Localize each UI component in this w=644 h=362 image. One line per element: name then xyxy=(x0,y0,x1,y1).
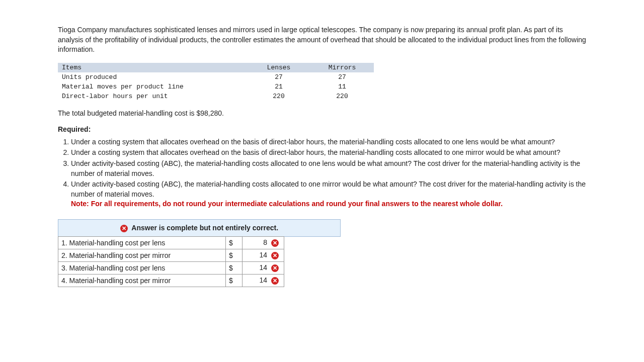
question-2: Under a costing system that allocates ov… xyxy=(71,148,586,158)
row-label: Direct-labor hours per unit xyxy=(58,92,247,101)
note-text: Note: For all requirements, do not round… xyxy=(71,200,503,208)
answer-input[interactable]: 8 ✕ xyxy=(243,236,284,249)
answer-row: 1. Material-handling cost per lens $ 8 ✕ xyxy=(58,236,341,249)
currency: $ xyxy=(226,236,243,249)
row-val: 11 xyxy=(310,82,374,92)
required-label: Required: xyxy=(58,125,586,133)
currency: $ xyxy=(226,249,243,261)
answer-label: 2. Material-handling cost per mirror xyxy=(58,249,226,261)
wrong-icon: ✕ xyxy=(271,264,279,272)
wrong-icon: ✕ xyxy=(271,239,279,247)
wrong-icon: ✕ xyxy=(271,277,279,285)
currency: $ xyxy=(226,274,243,287)
intro-text: Tioga Company manufactures sophisticated… xyxy=(58,25,586,55)
answer-value: 14 xyxy=(260,276,268,284)
col-items: Items xyxy=(58,63,247,72)
answer-value: 14 xyxy=(260,251,268,259)
col-mirrors: Mirrors xyxy=(310,63,374,72)
row-val: 21 xyxy=(247,82,310,92)
wrong-icon: ✕ xyxy=(271,252,279,259)
budgeted-text: The total budgeted material-handling cos… xyxy=(58,109,586,117)
answer-value: 14 xyxy=(260,263,268,272)
feedback-banner: ✕ Answer is complete but not entirely co… xyxy=(58,219,341,237)
answer-row: 3. Material-handling cost per lens $ 14 … xyxy=(58,261,341,274)
table-row: Material moves per product line 21 11 xyxy=(58,82,374,92)
answer-label: 1. Material-handling cost per lens xyxy=(58,236,226,249)
question-4: Under activity-based costing (ABC), the … xyxy=(71,179,586,209)
answer-row: 4. Material-handling cost per mirror $ 1… xyxy=(58,274,341,287)
error-icon: ✕ xyxy=(120,225,128,232)
answer-input[interactable]: 14 ✕ xyxy=(243,261,284,274)
question-3: Under activity-based costing (ABC), the … xyxy=(71,159,586,178)
row-val: 27 xyxy=(247,72,310,82)
currency: $ xyxy=(226,261,243,274)
question-4-text: Under activity-based costing (ABC), the … xyxy=(71,180,586,198)
answers-table: 1. Material-handling cost per lens $ 8 ✕… xyxy=(58,236,341,287)
col-lenses: Lenses xyxy=(247,63,310,72)
row-val: 220 xyxy=(310,92,374,101)
table-row: Units produced 27 27 xyxy=(58,72,374,82)
answer-value: 8 xyxy=(263,238,267,246)
feedback-text: Answer is complete but not entirely corr… xyxy=(131,224,278,232)
data-table: Items Lenses Mirrors Units produced 27 2… xyxy=(58,63,374,101)
answer-input[interactable]: 14 ✕ xyxy=(243,274,284,287)
row-val: 27 xyxy=(310,72,374,82)
row-label: Material moves per product line xyxy=(58,82,247,92)
answer-label: 3. Material-handling cost per lens xyxy=(58,261,226,274)
answer-row: 2. Material-handling cost per mirror $ 1… xyxy=(58,249,341,261)
row-label: Units produced xyxy=(58,72,247,82)
table-row: Direct-labor hours per unit 220 220 xyxy=(58,92,374,101)
row-val: 220 xyxy=(247,92,310,101)
answer-input[interactable]: 14 ✕ xyxy=(243,249,284,261)
questions-list: Under a costing system that allocates ov… xyxy=(58,137,586,209)
answer-label: 4. Material-handling cost per mirror xyxy=(58,274,226,287)
question-1: Under a costing system that allocates ov… xyxy=(71,137,586,147)
